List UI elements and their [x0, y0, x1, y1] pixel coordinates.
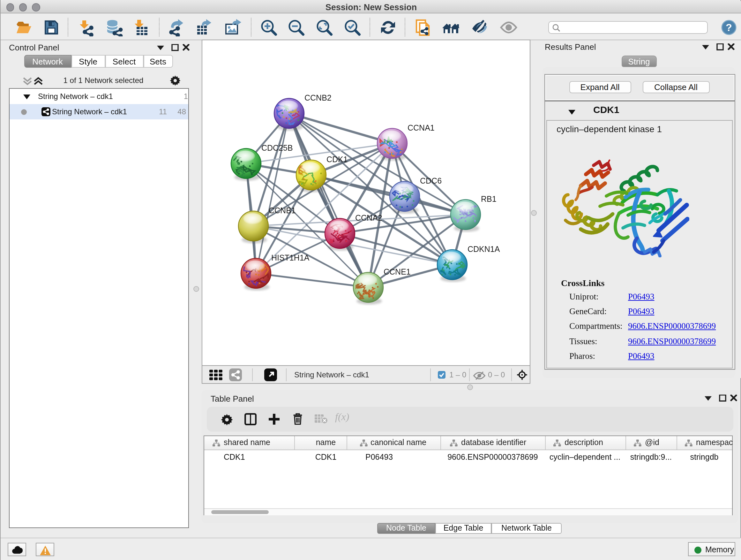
svg-text:CDC25B: CDC25B	[261, 143, 293, 152]
svg-text:?: ?	[726, 22, 732, 33]
svg-text:HIST1H1A: HIST1H1A	[271, 253, 310, 262]
svg-text:CCNE1: CCNE1	[384, 267, 411, 276]
svg-text:CDK1: CDK1	[327, 155, 348, 164]
svg-text:CCNB2: CCNB2	[305, 93, 332, 102]
svg-text:CDC6: CDC6	[420, 176, 442, 185]
svg-text:CDKN1A: CDKN1A	[468, 245, 500, 253]
svg-text:CCNB1: CCNB1	[269, 206, 296, 215]
svg-text:RB1: RB1	[481, 194, 496, 203]
svg-text:CCNA1: CCNA1	[408, 123, 434, 132]
svg-text:CCNA2: CCNA2	[355, 213, 382, 222]
